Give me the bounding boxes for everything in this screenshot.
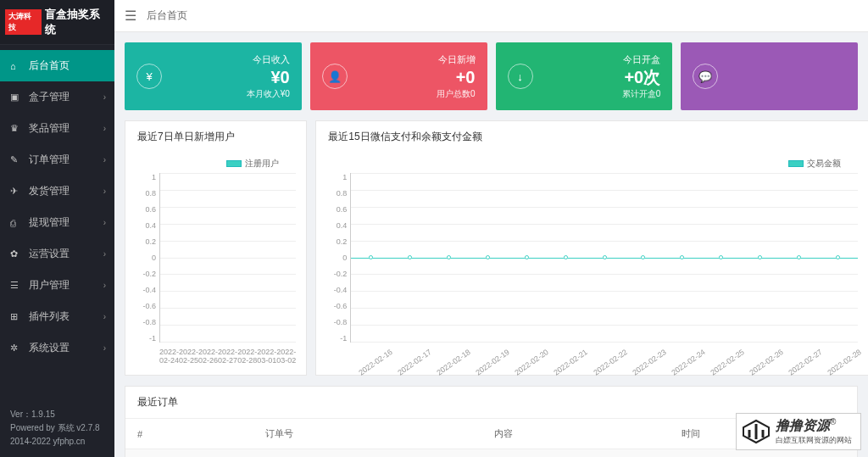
menu-toggle-icon[interactable]: ☰ [125, 8, 136, 24]
nav-icon: ♛ [10, 123, 22, 134]
watermark-r: ® [830, 417, 836, 426]
stat-icon: ¥ [136, 64, 162, 89]
chart2-legend: 交易金额 [326, 158, 858, 170]
stat-value: ¥0 [169, 66, 290, 88]
nav: ⌂后台首页▣盒子管理›♛奖品管理›✎订单管理›✈发货管理›⎙提现管理›✿运营设置… [0, 45, 114, 399]
sidebar-item-5[interactable]: ⎙提现管理› [0, 207, 114, 238]
chevron-right-icon: › [103, 218, 106, 227]
orders-th-content: 内容 [482, 419, 670, 449]
breadcrumb: 后台首页 [147, 8, 187, 23]
chart2-title: 最近15日微信支付和余额支付金额 [316, 121, 868, 153]
stat-title: 今日新增 [354, 53, 476, 66]
brand-tag: 大涛科技 [5, 9, 42, 35]
chevron-right-icon: › [103, 187, 106, 196]
nav-icon: ⊞ [10, 311, 22, 322]
chart1-grid [159, 173, 296, 343]
stat-sub: 用户总数0 [354, 88, 476, 100]
orders-th-no: 订单号 [253, 419, 482, 449]
chart1-title: 最近7日单日新增用户 [125, 121, 306, 153]
chart1-legend: 注册用户 [136, 158, 296, 170]
stat-card-1[interactable]: 👤今日新增+0用户总数0 [310, 42, 487, 110]
stat-title: 今日开盒 [540, 53, 661, 66]
sidebar-item-3[interactable]: ✎订单管理› [0, 144, 114, 176]
nav-icon: ☰ [10, 280, 22, 291]
nav-icon: ✲ [10, 343, 22, 354]
chevron-right-icon: › [103, 249, 106, 259]
chevron-right-icon: › [103, 92, 106, 102]
chevron-right-icon: › [103, 312, 106, 321]
sidebar-item-8[interactable]: ⊞插件列表› [0, 301, 114, 332]
chart1-panel: 最近7日单日新增用户 注册用户 10.80.60.40.20-0.2-0.4-0… [125, 120, 307, 376]
orders-th-idx: # [125, 419, 253, 449]
chart2-grid [350, 173, 858, 343]
stat-card-2[interactable]: ↓今日开盒+0次累计开盒0 [496, 42, 673, 110]
watermark-title: 撸撸资源 [776, 418, 830, 432]
sidebar-item-4[interactable]: ✈发货管理› [0, 176, 114, 207]
chevron-right-icon: › [103, 281, 106, 290]
stat-icon: ↓ [508, 64, 533, 89]
stat-card-3[interactable]: 💬 [681, 42, 858, 110]
stat-value: +0 [354, 66, 476, 88]
nav-label: 系统设置 [29, 341, 70, 355]
stat-row: ¥今日收入¥0本月收入¥0👤今日新增+0用户总数0↓今日开盒+0次累计开盒0💬 [125, 42, 858, 110]
nav-icon: ▣ [10, 92, 22, 103]
sidebar-item-6[interactable]: ✿运营设置› [0, 238, 114, 270]
nav-label: 提现管理 [29, 215, 70, 230]
chevron-right-icon: › [103, 155, 106, 164]
sidebar-item-2[interactable]: ♛奖品管理› [0, 113, 114, 144]
chart2-panel: 最近15日微信支付和余额支付金额 交易金额 10.80.60.40.20-0.2… [315, 120, 868, 376]
watermark: 撸撸资源® 白嫖互联网资源的网站 [736, 413, 861, 450]
nav-icon: ✿ [10, 248, 22, 259]
brand-title: 盲盒抽奖系统 [45, 7, 109, 37]
version-block: Ver：1.9.15 Powered by 系统 v2.7.8 2014-202… [0, 399, 114, 457]
powered-by: Powered by 系统 v2.7.8 2014-2022 yfphp.cn [10, 421, 104, 449]
nav-icon: ⎙ [10, 218, 22, 228]
nav-label: 插件列表 [29, 309, 70, 324]
sidebar-item-1[interactable]: ▣盒子管理› [0, 81, 114, 113]
chart1-yaxis: 10.80.60.40.20-0.2-0.4-0.6-0.8-1 [136, 173, 159, 343]
watermark-logo-icon [742, 419, 771, 444]
watermark-sub: 白嫖互联网资源的网站 [776, 435, 852, 446]
chart2-xaxis: 2022-02-162022-02-172022-02-182022-02-19… [350, 343, 858, 356]
nav-label: 奖品管理 [29, 121, 70, 136]
nav-icon: ⌂ [10, 61, 22, 71]
sidebar: 大涛科技 盲盒抽奖系统 ⌂后台首页▣盒子管理›♛奖品管理›✎订单管理›✈发货管理… [0, 0, 114, 457]
chevron-right-icon: › [103, 343, 106, 353]
chevron-right-icon: › [103, 124, 106, 133]
stat-title: 今日收入 [169, 53, 290, 66]
stat-sub: 累计开盒0 [540, 88, 661, 100]
stat-sub: 本月收入¥0 [169, 88, 290, 100]
sidebar-item-0[interactable]: ⌂后台首页 [0, 50, 114, 81]
stat-value: +0次 [540, 66, 661, 88]
nav-icon: ✈ [10, 186, 22, 197]
nav-label: 后台首页 [29, 59, 70, 73]
stat-icon: 👤 [322, 64, 348, 89]
chart1-xaxis: 2022-02-242022-02-252022-02-262022-02-27… [159, 343, 296, 365]
nav-icon: ✎ [10, 154, 22, 165]
nav-label: 发货管理 [29, 184, 70, 198]
sidebar-item-9[interactable]: ✲系统设置› [0, 332, 114, 364]
topbar: ☰ 后台首页 [114, 0, 868, 32]
nav-label: 订单管理 [29, 153, 70, 167]
nav-label: 盒子管理 [29, 90, 70, 104]
nav-label: 用户管理 [29, 278, 70, 293]
stat-card-0[interactable]: ¥今日收入¥0本月收入¥0 [125, 42, 302, 110]
version-line: Ver：1.9.15 [10, 408, 104, 421]
stat-icon: 💬 [693, 64, 718, 89]
logo-bar: 大涛科技 盲盒抽奖系统 [0, 0, 114, 45]
nav-label: 运营设置 [29, 247, 70, 261]
chart2-yaxis: 10.80.60.40.20-0.2-0.4-0.6-0.8-1 [326, 173, 350, 343]
sidebar-item-7[interactable]: ☰用户管理› [0, 270, 114, 301]
